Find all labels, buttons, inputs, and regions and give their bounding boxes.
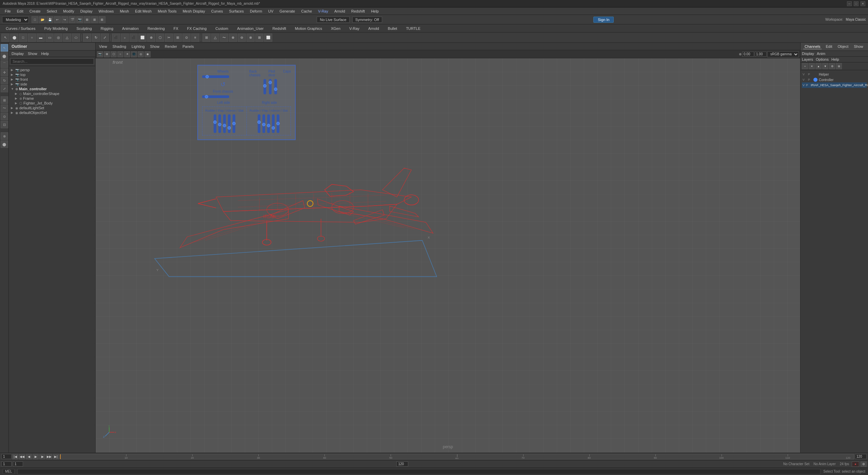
move-tool-icon[interactable]: ✛	[83, 34, 91, 42]
tab-fx[interactable]: FX	[170, 25, 182, 32]
rp-settings-icon[interactable]: ⚙	[829, 63, 835, 69]
menu-mesh-display[interactable]: Mesh Display	[180, 8, 208, 14]
menu-vray[interactable]: V-Ray	[315, 8, 331, 14]
rp-tab-show[interactable]: Show	[852, 44, 865, 49]
outliner-search-input[interactable]	[10, 58, 94, 64]
rp-tab-object[interactable]: Object	[836, 44, 850, 49]
tab-sculpting[interactable]: Sculpting	[73, 25, 96, 32]
tab-vray[interactable]: V-Ray	[346, 25, 363, 32]
timeline-prev-key-btn[interactable]: ◀◀	[19, 454, 25, 459]
vp-menu-render[interactable]: Render	[163, 44, 179, 49]
wheels-handle[interactable]	[205, 75, 209, 78]
cleanup-icon[interactable]: ⬜	[264, 34, 272, 42]
snap-grid-tool[interactable]: ⊞	[1, 96, 8, 104]
timeline-end-frame-input[interactable]	[855, 454, 867, 459]
minimize-btn[interactable]: ─	[847, 1, 852, 6]
vp-gamma-select[interactable]: sRGB gamma	[767, 51, 799, 57]
bevel-icon[interactable]: ⬦	[121, 34, 129, 42]
menu-select[interactable]: Select	[44, 8, 60, 14]
vp-smooth-icon[interactable]: ○	[117, 51, 123, 57]
tab-animation[interactable]: Animation	[118, 25, 142, 32]
mirror-icon[interactable]: ⊞	[255, 34, 263, 42]
lasso-tool[interactable]: ⌒	[1, 60, 8, 68]
rp-expand-icon[interactable]: ⊞	[836, 63, 842, 69]
cone-tool-icon[interactable]: △	[63, 34, 71, 42]
new-scene-icon[interactable]: □	[32, 16, 38, 23]
menu-edit[interactable]: Edit	[14, 8, 26, 14]
mode-selector[interactable]: Modeling	[2, 16, 29, 23]
crease-icon[interactable]: ≡	[191, 34, 199, 42]
sphere-tool-icon[interactable]: ○	[28, 34, 36, 42]
show-manip-tool[interactable]: ⊕	[1, 132, 8, 140]
frame-range-end-input[interactable]	[396, 461, 408, 467]
paint-select-tool[interactable]: ⬤	[1, 52, 8, 60]
menu-modify[interactable]: Modify	[60, 8, 77, 14]
auto-key-btn[interactable]: ●	[852, 461, 859, 467]
tab-poly-modeling[interactable]: Poly Modeling	[40, 25, 71, 32]
cylinder-tool-icon[interactable]: ▬	[37, 34, 45, 42]
outliner-menu-show[interactable]: Show	[26, 51, 39, 56]
menu-redshift[interactable]: Redshift	[349, 8, 368, 14]
vp-menu-show[interactable]: Show	[148, 44, 162, 49]
snap-surface-tool[interactable]: ⊡	[1, 121, 8, 128]
lslider1-handle[interactable]	[213, 120, 217, 124]
select-tool[interactable]: ↖	[1, 44, 8, 52]
outliner-item-front[interactable]: ▶ 📷 front	[10, 77, 94, 82]
caps-handle[interactable]	[274, 88, 277, 91]
lslider4-handle[interactable]	[228, 126, 231, 130]
outliner-item-main-controller-shape[interactable]: ▶ ◇ Main_controllerShape	[10, 91, 94, 96]
menu-arnold[interactable]: Arnold	[332, 8, 348, 14]
viewport[interactable]: View Shading Lighting Show Render Panels…	[96, 43, 800, 453]
frame-start-input[interactable]	[1, 461, 12, 467]
timeline-next-key-btn[interactable]: ▶▶	[46, 454, 52, 459]
snap1-icon[interactable]: ⊞	[84, 16, 91, 23]
tab-redshift[interactable]: Redshift	[269, 25, 290, 32]
outliner-item-main-controller[interactable]: ▼ ⊕ Main_controller	[10, 87, 94, 91]
tab-turtle[interactable]: TURTLE	[402, 25, 424, 32]
menu-display[interactable]: Display	[78, 8, 95, 14]
snap3-icon[interactable]: ⊞	[99, 16, 105, 23]
timeline-next-frame-btn[interactable]: ▶	[39, 454, 45, 459]
vp-dof-icon[interactable]: ◉	[144, 51, 151, 57]
timeline-current-frame-input[interactable]	[1, 454, 12, 459]
cut-icon[interactable]: ✂	[165, 34, 173, 42]
tab-rigging[interactable]: Rigging	[97, 25, 117, 32]
soft-select-tool[interactable]: ⬤	[1, 140, 8, 148]
layer-item-iriaf[interactable]: V P IRIAF_HESA_Saeqeh_Fighter_Aircraft_R…	[802, 82, 867, 88]
target-weld-icon[interactable]: ⊙	[182, 34, 191, 42]
front-chassis-handle[interactable]	[205, 95, 208, 98]
symmetry-off[interactable]: Symmetry: Off	[352, 17, 382, 23]
subdivide-icon[interactable]: ⊞	[202, 34, 211, 42]
rp-move-up-icon[interactable]: ▲	[815, 63, 822, 69]
lslider5-handle[interactable]	[232, 122, 236, 125]
vp-cam-icon[interactable]: 📷	[97, 51, 103, 57]
tab-custom[interactable]: Custom	[212, 25, 232, 32]
rp-anim-tab[interactable]: Anim	[817, 52, 825, 56]
no-live-surface[interactable]: No Live Surface	[317, 17, 349, 23]
back-chassis-handle[interactable]	[263, 84, 267, 88]
plane-tool-icon[interactable]: ▭	[45, 34, 54, 42]
menu-help[interactable]: Help	[368, 8, 381, 14]
vp-menu-panels[interactable]: Panels	[180, 44, 196, 49]
outliner-menu-help[interactable]: Help	[40, 51, 51, 56]
menu-mesh-tools[interactable]: Mesh Tools	[155, 8, 179, 14]
rp-new-layer-icon[interactable]: +	[802, 63, 808, 69]
undo-icon[interactable]: ↩	[54, 16, 61, 23]
outliner-item-default-light-set[interactable]: ▶ ◉ defaultLightSet	[10, 106, 94, 110]
scale-tool-icon[interactable]: ⤢	[101, 34, 109, 42]
vp-light-icon[interactable]: ☀	[124, 51, 130, 57]
rp-options-tab[interactable]: Options	[816, 57, 829, 61]
tab-arnold[interactable]: Arnold	[364, 25, 383, 32]
cube-tool-icon[interactable]: □	[19, 34, 27, 42]
tab-animation-user[interactable]: Animation_User	[233, 25, 267, 32]
rp-display-tab[interactable]: Display	[802, 52, 814, 56]
close-btn[interactable]: ✕	[861, 1, 865, 6]
paint-tool-icon[interactable]: ⬤	[10, 34, 18, 42]
merge-icon[interactable]: ⊕	[147, 34, 155, 42]
menu-edit-mesh[interactable]: Edit Mesh	[132, 8, 154, 14]
tab-bullet[interactable]: Bullet	[384, 25, 401, 32]
vp-ssao-icon[interactable]: ◎	[138, 51, 144, 57]
rp-delete-layer-icon[interactable]: ✕	[809, 63, 815, 69]
tab-rendering[interactable]: Rendering	[144, 25, 169, 32]
tab-motion-graphics[interactable]: Motion Graphics	[291, 25, 326, 32]
